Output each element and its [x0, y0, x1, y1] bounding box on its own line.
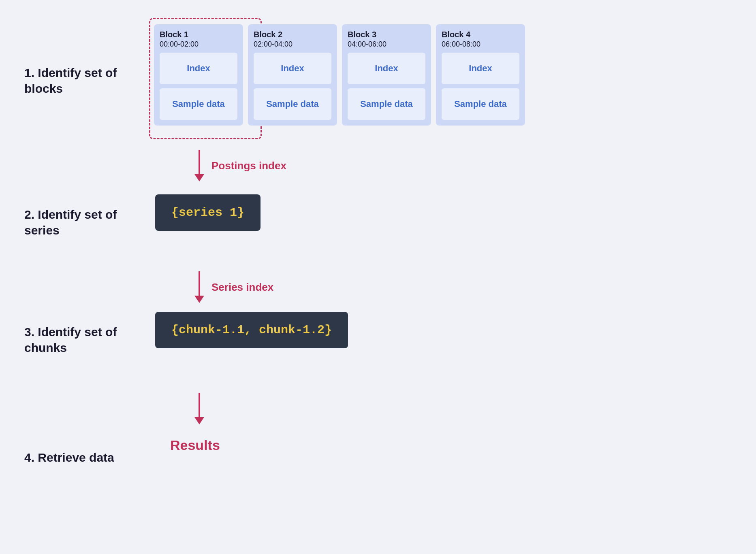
block3-title: Block 3	[348, 30, 425, 39]
step-label-4: 4. Retrieve data	[24, 450, 114, 465]
block4-index: Index	[442, 53, 519, 84]
block-card-3: Block 3 04:00-06:00 Index Sample data	[342, 24, 431, 126]
step-label-3: 3. Identify set ofchunks	[24, 324, 117, 356]
arrow-postings-index: Postings index	[194, 150, 286, 181]
postings-index-label: Postings index	[211, 160, 286, 172]
block4-sample-label: Sample data	[454, 99, 507, 109]
block2-time: 02:00-04:00	[254, 40, 331, 49]
block4-sample: Sample data	[442, 88, 519, 120]
block1-sample-label: Sample data	[172, 99, 225, 109]
block2-index-label: Index	[281, 63, 304, 74]
step-label-2: 2. Identify set ofseries	[24, 207, 117, 238]
block1-index: Index	[160, 53, 237, 84]
arrow-series-index: Series index	[194, 271, 273, 303]
block-card-1: Block 1 00:00-02:00 Index Sample data	[154, 24, 243, 126]
diagram-container: 1. Identify set ofblocks 2. Identify set…	[0, 0, 756, 554]
block3-index-label: Index	[375, 63, 398, 74]
block4-time: 06:00-08:00	[442, 40, 519, 49]
block-card-4: Block 4 06:00-08:00 Index Sample data	[436, 24, 525, 126]
block2-sample-label: Sample data	[266, 99, 319, 109]
block3-index: Index	[348, 53, 425, 84]
block3-time: 04:00-06:00	[348, 40, 425, 49]
series-code-box: {series 1}	[155, 194, 261, 231]
block3-sample: Sample data	[348, 88, 425, 120]
block1-sample: Sample data	[160, 88, 237, 120]
block1-time: 00:00-02:00	[160, 40, 237, 49]
block4-title: Block 4	[442, 30, 519, 39]
block2-title: Block 2	[254, 30, 331, 39]
block3-sample-label: Sample data	[360, 99, 413, 109]
arrow-results	[194, 393, 204, 424]
blocks-row: Block 1 00:00-02:00 Index Sample data Bl…	[154, 24, 525, 126]
block-card-2: Block 2 02:00-04:00 Index Sample data	[248, 24, 337, 126]
results-label: Results	[170, 437, 220, 453]
block1-title: Block 1	[160, 30, 237, 39]
step-label-1: 1. Identify set ofblocks	[24, 65, 117, 96]
block1-index-label: Index	[187, 63, 210, 74]
chunks-code-box: {chunk-1.1, chunk-1.2}	[155, 312, 348, 348]
block4-index-label: Index	[469, 63, 492, 74]
block2-sample: Sample data	[254, 88, 331, 120]
series-index-label: Series index	[211, 281, 273, 294]
block2-index: Index	[254, 53, 331, 84]
